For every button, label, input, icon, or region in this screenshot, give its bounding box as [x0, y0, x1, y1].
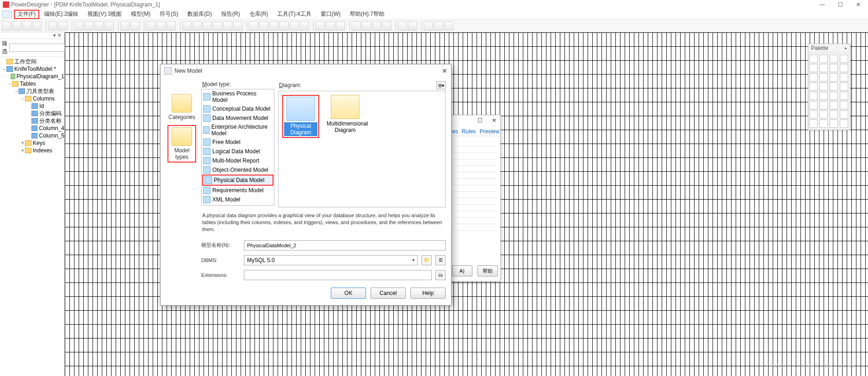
palette-delete-icon[interactable]	[830, 64, 838, 72]
menu-symbol[interactable]: 符号(S)	[155, 9, 183, 19]
toolbar-button[interactable]	[300, 21, 309, 31]
bd-close-icon[interactable]: ☐	[477, 117, 483, 125]
minimize-button[interactable]: —	[819, 1, 825, 8]
toolbar-button[interactable]	[32, 21, 42, 31]
tree-node[interactable]: -KnifeToolModel *	[0, 65, 64, 73]
help-button[interactable]: Help	[410, 288, 446, 299]
model-type-item[interactable]: Data Movement Model	[202, 113, 274, 123]
tree-node[interactable]: +Keys	[0, 139, 64, 147]
model-type-list[interactable]: Business Process ModelConceptual Data Mo…	[201, 89, 274, 206]
tree-node[interactable]: 分类编码	[0, 110, 64, 117]
tree-node[interactable]: -刀具类型表	[0, 88, 64, 95]
palette-text-icon[interactable]	[819, 101, 828, 109]
toolbar-button[interactable]	[444, 21, 453, 31]
diagram-view-button[interactable]: ⊞▾	[436, 81, 446, 89]
toolbar-button[interactable]	[398, 21, 407, 31]
menu-view[interactable]: 视图(V):3视图	[83, 9, 126, 19]
model-type-item[interactable]: Multi-Model Report	[202, 156, 274, 165]
menu-database[interactable]: 数据库(D)	[183, 9, 217, 19]
palette-link-icon[interactable]	[830, 92, 838, 100]
model-type-item[interactable]: Requirements Model	[202, 186, 274, 195]
model-type-item[interactable]: Free Model	[202, 138, 274, 147]
menu-help[interactable]: 帮助(H):7帮助	[345, 9, 389, 19]
panel-pin[interactable]: ▾ ✕	[0, 32, 64, 39]
extensions-input[interactable]	[244, 270, 432, 280]
toolbar-button[interactable]	[84, 21, 93, 31]
toolbar-button[interactable]	[290, 21, 299, 31]
menu-tools[interactable]: 工具(T):4工具	[273, 9, 316, 19]
toolbar-button[interactable]	[352, 21, 361, 31]
tree-node[interactable]: 分类名称	[0, 117, 64, 125]
palette-file-icon[interactable]	[809, 92, 818, 100]
close-button[interactable]: ✕	[856, 1, 861, 8]
palette-properties-icon[interactable]	[819, 64, 828, 72]
model-type-item[interactable]: Logical Data Model	[202, 147, 274, 156]
model-type-item[interactable]: XML Model	[202, 195, 274, 204]
palette-hand-icon[interactable]	[840, 55, 848, 63]
model-type-item[interactable]: Enterprise Architecture Model	[202, 123, 274, 138]
bd-tab[interactable]: Preview	[479, 128, 499, 135]
toolbar-button[interactable]	[316, 21, 325, 31]
toolbar-button[interactable]	[223, 21, 232, 31]
palette-cut-icon[interactable]	[809, 73, 818, 81]
toolbar-button[interactable]	[167, 21, 176, 31]
model-type-item[interactable]: Conceptual Data Model	[202, 104, 274, 113]
ok-button[interactable]: OK	[331, 288, 366, 299]
toolbar-button[interactable]	[372, 21, 381, 31]
toolbar-button[interactable]	[362, 21, 371, 31]
palette-package-icon[interactable]	[830, 82, 838, 91]
palette-title-icon[interactable]	[809, 101, 818, 109]
menu-repository[interactable]: 仓库(R)	[245, 9, 273, 19]
toolbar-button[interactable]	[74, 21, 83, 31]
menu-file[interactable]: 文件(F)	[14, 10, 39, 19]
toolbar-button[interactable]	[156, 21, 166, 31]
palette-tool-icon[interactable]	[840, 119, 848, 128]
palette-tool-icon[interactable]	[830, 119, 838, 128]
diagram-physical[interactable]: Physical Diagram	[282, 95, 319, 138]
toolbar-button[interactable]	[434, 21, 443, 31]
model-type-item[interactable]: Object-Oriented Model	[202, 165, 274, 175]
toolbar-button[interactable]	[192, 21, 202, 31]
diagram-multidimensional[interactable]: Multidimensional Diagram	[327, 95, 364, 138]
toolbar-button[interactable]	[249, 21, 258, 31]
extensions-browse-button[interactable]: 🗂	[435, 270, 446, 280]
toolbar-button[interactable]	[146, 21, 155, 31]
toolbar-button[interactable]	[269, 21, 279, 31]
toolbar-button[interactable]	[130, 21, 140, 31]
toolbar-button[interactable]	[120, 21, 130, 31]
menu-edit[interactable]: 编辑(E):2编辑	[39, 9, 83, 19]
toolbar-button[interactable]	[2, 21, 11, 31]
model-name-input[interactable]	[244, 240, 446, 251]
toolbar-button[interactable]	[22, 21, 31, 31]
toolbar-button[interactable]	[105, 21, 114, 31]
palette-rounded-rect-icon[interactable]	[830, 110, 838, 119]
tree-node[interactable]: -Tables	[0, 80, 64, 88]
tree-node[interactable]: Column_5	[0, 132, 64, 139]
palette-note-icon[interactable]	[819, 92, 828, 100]
toolbar-button[interactable]	[58, 21, 68, 31]
palette-title[interactable]: Palette	[808, 44, 850, 53]
bd-tab[interactable]: es	[452, 128, 458, 135]
palette-polygon-icon[interactable]	[809, 119, 818, 128]
toolbar-button[interactable]	[424, 21, 433, 31]
model-type-item[interactable]: Business Process Model	[202, 89, 274, 104]
palette-polyline-icon[interactable]	[840, 110, 848, 119]
toolbar-button[interactable]	[182, 21, 192, 31]
toolbar-button[interactable]	[233, 21, 242, 31]
diagram-list[interactable]: Physical Diagram Multidimensional Diagra…	[278, 91, 446, 207]
category-categories[interactable]: Categories	[167, 94, 196, 120]
palette-procedure-icon[interactable]	[819, 82, 828, 91]
palette-lasso-icon[interactable]	[819, 55, 828, 63]
toolbar-button[interactable]	[326, 21, 335, 31]
toolbar-button[interactable]	[336, 21, 345, 31]
toolbar-button[interactable]	[259, 21, 268, 31]
model-type-item[interactable]: Physical Data Model	[202, 175, 273, 186]
menu-report[interactable]: 报告(R)	[217, 9, 245, 19]
toolbar-button[interactable]	[213, 21, 222, 31]
tree-node[interactable]: 工作空间	[0, 58, 64, 65]
palette-toolbox[interactable]: Palette	[808, 44, 850, 130]
palette-reference-icon[interactable]	[809, 82, 818, 91]
tree-node[interactable]: PhysicalDiagram_1	[0, 73, 64, 80]
palette-ellipse-icon[interactable]	[819, 110, 828, 119]
palette-tool-icon[interactable]	[819, 119, 828, 128]
